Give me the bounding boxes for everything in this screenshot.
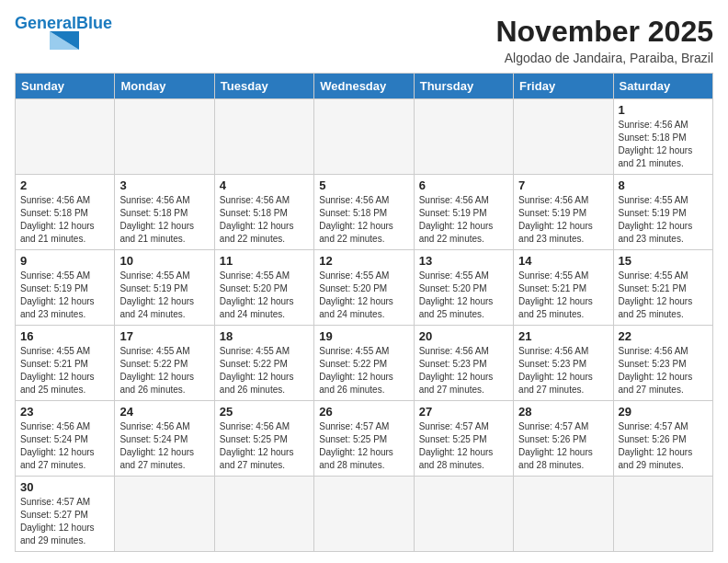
calendar-cell: 12Sunrise: 4:55 AM Sunset: 5:20 PM Dayli… [314, 250, 414, 326]
page-header: GeneralBlue November 2025 Algodao de Jan… [15, 15, 713, 65]
calendar-cell [115, 99, 214, 175]
calendar-cell [314, 477, 414, 552]
day-info: Sunrise: 4:56 AM Sunset: 5:23 PM Dayligh… [518, 345, 608, 396]
day-info: Sunrise: 4:57 AM Sunset: 5:26 PM Dayligh… [619, 420, 708, 472]
weekday-sunday: Sunday [16, 74, 115, 99]
weekday-friday: Friday [514, 74, 613, 99]
calendar-cell: 19Sunrise: 4:55 AM Sunset: 5:22 PM Dayli… [314, 326, 414, 401]
calendar-cell: 6Sunrise: 4:56 AM Sunset: 5:19 PM Daylig… [414, 175, 513, 250]
day-number: 25 [220, 405, 309, 419]
day-number: 30 [20, 480, 109, 494]
day-number: 5 [319, 178, 408, 192]
calendar-cell: 30Sunrise: 4:57 AM Sunset: 5:27 PM Dayli… [16, 477, 115, 552]
calendar-subtitle: Algodao de Jandaira, Paraiba, Brazil [495, 51, 713, 65]
day-info: Sunrise: 4:55 AM Sunset: 5:22 PM Dayligh… [220, 345, 309, 396]
logo-blue: Blue [76, 14, 112, 32]
calendar-cell: 20Sunrise: 4:56 AM Sunset: 5:23 PM Dayli… [414, 326, 513, 401]
calendar-body: 1Sunrise: 4:56 AM Sunset: 5:18 PM Daylig… [16, 99, 713, 552]
day-info: Sunrise: 4:56 AM Sunset: 5:23 PM Dayligh… [619, 345, 708, 396]
weekday-saturday: Saturday [613, 74, 712, 99]
day-info: Sunrise: 4:55 AM Sunset: 5:21 PM Dayligh… [20, 345, 109, 396]
weekday-tuesday: Tuesday [214, 74, 313, 99]
day-number: 17 [119, 329, 209, 343]
title-section: November 2025 Algodao de Jandaira, Parai… [495, 15, 713, 65]
calendar-cell: 3Sunrise: 4:56 AM Sunset: 5:18 PM Daylig… [115, 175, 214, 250]
day-number: 27 [419, 405, 508, 419]
day-info: Sunrise: 4:56 AM Sunset: 5:18 PM Dayligh… [20, 194, 109, 246]
calendar-cell [115, 477, 214, 552]
calendar-cell: 11Sunrise: 4:55 AM Sunset: 5:20 PM Dayli… [214, 250, 313, 326]
week-row-4: 16Sunrise: 4:55 AM Sunset: 5:21 PM Dayli… [16, 326, 713, 401]
calendar-cell: 2Sunrise: 4:56 AM Sunset: 5:18 PM Daylig… [16, 175, 115, 250]
day-info: Sunrise: 4:55 AM Sunset: 5:20 PM Dayligh… [319, 270, 408, 321]
day-number: 15 [619, 254, 708, 268]
calendar-cell [214, 477, 313, 552]
logo-icon [15, 31, 79, 52]
calendar-cell: 28Sunrise: 4:57 AM Sunset: 5:26 PM Dayli… [514, 401, 613, 477]
logo-general: General [15, 14, 76, 32]
day-number: 13 [419, 254, 508, 268]
day-info: Sunrise: 4:56 AM Sunset: 5:18 PM Dayligh… [319, 194, 408, 246]
calendar-cell: 27Sunrise: 4:57 AM Sunset: 5:25 PM Dayli… [414, 401, 513, 477]
day-number: 28 [518, 405, 608, 419]
day-info: Sunrise: 4:56 AM Sunset: 5:25 PM Dayligh… [220, 420, 309, 472]
calendar-cell: 24Sunrise: 4:56 AM Sunset: 5:24 PM Dayli… [115, 401, 214, 477]
calendar-cell: 23Sunrise: 4:56 AM Sunset: 5:24 PM Dayli… [16, 401, 115, 477]
calendar-cell: 22Sunrise: 4:56 AM Sunset: 5:23 PM Dayli… [613, 326, 712, 401]
day-number: 14 [518, 254, 608, 268]
day-info: Sunrise: 4:55 AM Sunset: 5:19 PM Dayligh… [619, 194, 708, 246]
calendar-cell: 5Sunrise: 4:56 AM Sunset: 5:18 PM Daylig… [314, 175, 414, 250]
day-number: 9 [20, 254, 109, 268]
day-number: 18 [220, 329, 309, 343]
day-number: 3 [119, 178, 209, 192]
calendar-cell: 21Sunrise: 4:56 AM Sunset: 5:23 PM Dayli… [514, 326, 613, 401]
day-info: Sunrise: 4:57 AM Sunset: 5:25 PM Dayligh… [319, 420, 408, 472]
weekday-monday: Monday [115, 74, 214, 99]
calendar-cell [613, 477, 712, 552]
calendar-cell: 10Sunrise: 4:55 AM Sunset: 5:19 PM Dayli… [115, 250, 214, 326]
day-info: Sunrise: 4:55 AM Sunset: 5:21 PM Dayligh… [619, 270, 708, 321]
day-number: 10 [119, 254, 209, 268]
day-info: Sunrise: 4:56 AM Sunset: 5:24 PM Dayligh… [119, 420, 209, 472]
day-info: Sunrise: 4:56 AM Sunset: 5:19 PM Dayligh… [518, 194, 608, 246]
week-row-6: 30Sunrise: 4:57 AM Sunset: 5:27 PM Dayli… [16, 477, 713, 552]
day-number: 22 [619, 329, 708, 343]
calendar-cell [514, 99, 613, 175]
day-info: Sunrise: 4:57 AM Sunset: 5:27 PM Dayligh… [20, 496, 109, 547]
day-number: 7 [518, 178, 608, 192]
calendar-cell: 8Sunrise: 4:55 AM Sunset: 5:19 PM Daylig… [613, 175, 712, 250]
calendar-title: November 2025 [495, 15, 713, 49]
day-info: Sunrise: 4:55 AM Sunset: 5:19 PM Dayligh… [119, 270, 209, 321]
day-number: 6 [419, 178, 508, 192]
day-number: 29 [619, 405, 708, 419]
day-info: Sunrise: 4:55 AM Sunset: 5:21 PM Dayligh… [518, 270, 608, 321]
day-number: 16 [20, 329, 109, 343]
day-info: Sunrise: 4:56 AM Sunset: 5:18 PM Dayligh… [619, 119, 708, 170]
day-info: Sunrise: 4:55 AM Sunset: 5:20 PM Dayligh… [220, 270, 309, 321]
day-info: Sunrise: 4:55 AM Sunset: 5:22 PM Dayligh… [119, 345, 209, 396]
calendar-cell [16, 99, 115, 175]
weekday-thursday: Thursday [414, 74, 513, 99]
week-row-3: 9Sunrise: 4:55 AM Sunset: 5:19 PM Daylig… [16, 250, 713, 326]
calendar-cell [414, 99, 513, 175]
weekday-wednesday: Wednesday [314, 74, 414, 99]
day-number: 19 [319, 329, 408, 343]
day-info: Sunrise: 4:56 AM Sunset: 5:18 PM Dayligh… [220, 194, 309, 246]
day-info: Sunrise: 4:55 AM Sunset: 5:22 PM Dayligh… [319, 345, 408, 396]
calendar-cell: 13Sunrise: 4:55 AM Sunset: 5:20 PM Dayli… [414, 250, 513, 326]
logo: GeneralBlue [15, 15, 112, 52]
day-info: Sunrise: 4:57 AM Sunset: 5:25 PM Dayligh… [419, 420, 508, 472]
calendar-cell: 29Sunrise: 4:57 AM Sunset: 5:26 PM Dayli… [613, 401, 712, 477]
day-info: Sunrise: 4:56 AM Sunset: 5:23 PM Dayligh… [419, 345, 508, 396]
calendar-cell: 16Sunrise: 4:55 AM Sunset: 5:21 PM Dayli… [16, 326, 115, 401]
day-number: 2 [20, 178, 109, 192]
day-number: 12 [319, 254, 408, 268]
calendar-cell [414, 477, 513, 552]
calendar-cell: 7Sunrise: 4:56 AM Sunset: 5:19 PM Daylig… [514, 175, 613, 250]
day-info: Sunrise: 4:56 AM Sunset: 5:19 PM Dayligh… [419, 194, 508, 246]
calendar-cell: 15Sunrise: 4:55 AM Sunset: 5:21 PM Dayli… [613, 250, 712, 326]
day-info: Sunrise: 4:56 AM Sunset: 5:24 PM Dayligh… [20, 420, 109, 472]
day-number: 8 [619, 178, 708, 192]
week-row-5: 23Sunrise: 4:56 AM Sunset: 5:24 PM Dayli… [16, 401, 713, 477]
day-number: 23 [20, 405, 109, 419]
